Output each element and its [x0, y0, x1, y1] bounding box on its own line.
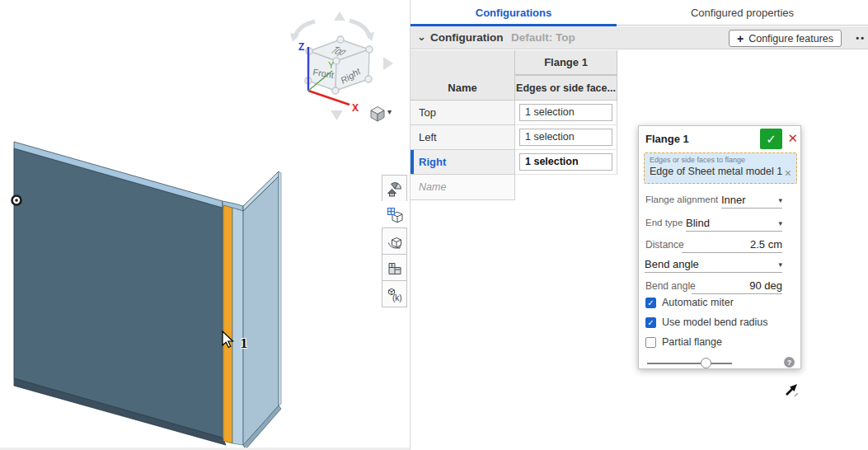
confirm-button[interactable]: ✓ — [760, 129, 782, 149]
parameter-column-header: Edges or side face... — [515, 75, 617, 101]
cancel-button[interactable]: ✕ — [787, 131, 798, 146]
axis-x-label: X — [352, 102, 359, 114]
distance-input[interactable]: 2.5 cm — [682, 237, 782, 253]
selection-input[interactable]: 1 selection — [519, 104, 612, 121]
row-name-cell[interactable]: Right — [411, 150, 515, 175]
use-model-bend-radius-label: Use model bend radius — [662, 316, 768, 328]
configure-features-button[interactable]: + Configure features — [729, 30, 842, 47]
end-type-label: End type — [645, 218, 683, 227]
close-icon: ✕ — [787, 131, 798, 145]
name-column-header: Name — [411, 50, 515, 101]
bend-angle-value: 90 deg — [749, 279, 782, 292]
row-value-cell: 1 selection — [515, 150, 617, 175]
axis-z-label: Z — [298, 41, 304, 53]
tab-configurations[interactable]: Configurations — [411, 0, 617, 26]
cube-rotate-icon — [386, 232, 404, 251]
flange-face[interactable] — [243, 176, 279, 445]
tab-configured-properties-label: Configured properties — [691, 7, 794, 19]
automatic-miter-row[interactable]: ✓ Automatic miter — [645, 296, 734, 309]
flange-alignment-value: Inner — [721, 194, 746, 206]
selection-count-badge: 1 — [240, 337, 248, 350]
edges-selection-value: Edge of Sheet metal model 1 — [650, 165, 791, 179]
dialog-title: Flange 1 — [645, 133, 689, 145]
checkbox-check-icon: ✓ — [647, 317, 654, 328]
direction-arrow-icon[interactable] — [783, 382, 800, 398]
flange-alignment-dropdown[interactable]: Inner ▾ — [721, 192, 782, 209]
partial-flange-row[interactable]: ✓ Partial flange — [645, 335, 722, 349]
bend-highlight-face[interactable] — [223, 205, 232, 443]
keyboard-shortcut-tool-button[interactable]: (k) — [382, 280, 407, 307]
automatic-miter-checkbox[interactable]: ✓ — [645, 298, 656, 308]
mouse-cursor-icon — [222, 330, 235, 350]
stepped-block-icon — [386, 259, 404, 277]
use-model-bend-radius-checkbox[interactable]: ✓ — [645, 317, 656, 328]
dropdown-caret-icon: ▾ — [775, 219, 782, 227]
configuration-title: Configuration — [430, 31, 503, 44]
end-type-dropdown[interactable]: Blind ▾ — [686, 215, 782, 232]
selection-input[interactable]: 1 selection — [519, 129, 612, 146]
chevron-down-icon[interactable]: ⌄ — [417, 30, 426, 43]
row-name-cell[interactable]: Top — [411, 101, 515, 125]
axis-y-label: Y — [328, 60, 335, 70]
assembly-blocks-tool-button[interactable] — [382, 254, 407, 281]
svg-text:(k): (k) — [392, 293, 402, 302]
angle-mode-dropdown[interactable]: Bend angle ▾ — [645, 256, 782, 273]
automatic-miter-label: Automatic miter — [662, 297, 734, 308]
selection-input[interactable]: 1 selection — [519, 153, 612, 171]
help-icon[interactable]: ? — [784, 357, 795, 368]
edges-selection-label: Edges or side faces to flange — [650, 156, 791, 165]
dropdown-caret-icon: ▾ — [775, 260, 782, 269]
angle-mode-value: Bend angle — [645, 258, 699, 270]
flange-right-edge-face[interactable] — [279, 171, 281, 405]
distance-value: 2.5 cm — [750, 238, 782, 251]
isometric-view-tool-button[interactable] — [382, 201, 407, 228]
cube-k-icon: (k) — [386, 285, 404, 303]
flange-alignment-label: Flange alignment — [645, 195, 718, 204]
row-name-cell[interactable]: Left — [411, 125, 515, 150]
configuration-default-label: Default: Top — [511, 31, 575, 44]
panel-tab-bar: Configurations Configured properties — [411, 0, 868, 26]
tab-configured-properties[interactable]: Configured properties — [617, 0, 868, 26]
display-mode-cube-icon[interactable] — [368, 103, 387, 123]
new-row-name-input[interactable]: Name — [411, 175, 515, 200]
display-mode-caret-icon[interactable]: ▾ — [387, 107, 392, 116]
bend-tangent-strip[interactable] — [232, 208, 243, 445]
edges-selection-field[interactable]: Edges or side faces to flange Edge of Sh… — [644, 152, 797, 184]
partial-flange-label: Partial flange — [662, 336, 722, 348]
vertex-marker[interactable] — [12, 196, 21, 205]
bend-angle-input[interactable]: 90 deg — [692, 278, 782, 294]
overflow-menu-icon[interactable]: •• — [856, 33, 866, 43]
remove-selection-icon[interactable]: × — [785, 167, 791, 179]
configuration-header-bar: ⌄ Configuration Default: Top + Configure… — [411, 26, 868, 49]
row-value-cell: 1 selection — [515, 125, 617, 150]
appearance-tool-button[interactable] — [382, 175, 407, 202]
opacity-slider[interactable] — [647, 363, 732, 364]
rotate-view-tool-button[interactable] — [382, 227, 407, 255]
configure-features-label: Configure features — [748, 33, 833, 45]
distance-label: Distance — [645, 239, 684, 251]
partial-flange-slider-knob[interactable] — [701, 358, 711, 368]
feature-column-header: Flange 1 — [515, 50, 617, 75]
row-value-cell: 1 selection — [515, 101, 617, 125]
checkbox-check-icon: ✓ — [647, 298, 654, 308]
bend-angle-label: Bend angle — [645, 280, 696, 292]
cube-grid-icon — [386, 206, 404, 224]
flange-feature-dialog: Flange 1 ✓ ✕ Edges or side faces to flan… — [638, 125, 801, 369]
cad-application-window: Top Front Right Z X Y ▾ — [0, 0, 868, 450]
end-type-value: Blind — [686, 217, 710, 229]
appearance-icon — [386, 180, 404, 198]
partial-flange-checkbox[interactable]: ✓ — [645, 337, 656, 348]
use-model-bend-radius-row[interactable]: ✓ Use model bend radius — [645, 316, 768, 329]
tab-configurations-label: Configurations — [476, 7, 551, 19]
dropdown-caret-icon: ▾ — [775, 196, 782, 204]
plus-icon: + — [737, 33, 744, 45]
check-icon: ✓ — [766, 132, 777, 147]
